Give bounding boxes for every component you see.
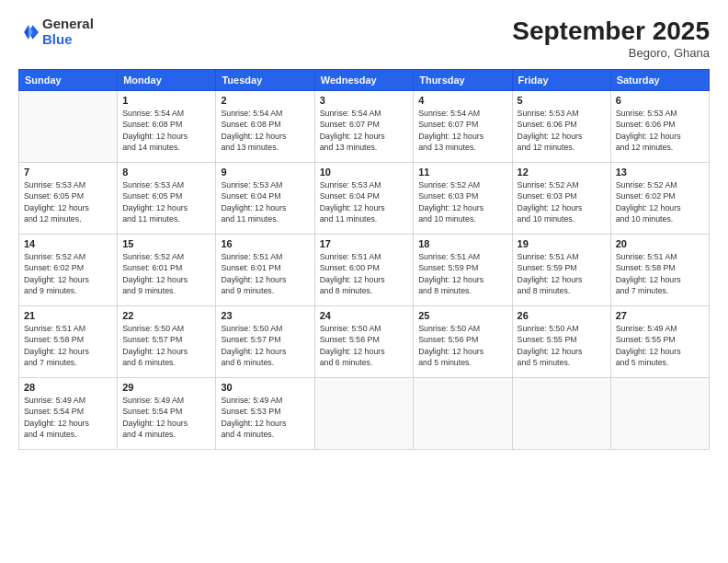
table-row (414, 378, 512, 450)
col-monday: Monday (118, 70, 216, 91)
day-number: 8 (122, 167, 210, 178)
table-row: 20Sunrise: 5:51 AMSunset: 5:58 PMDayligh… (610, 235, 709, 306)
col-saturday: Saturday (610, 70, 709, 91)
day-info: Sunrise: 5:54 AMSunset: 6:07 PMDaylight:… (418, 108, 506, 153)
calendar-week-row: 14Sunrise: 5:52 AMSunset: 6:02 PMDayligh… (19, 235, 710, 306)
day-info: Sunrise: 5:53 AMSunset: 6:05 PMDaylight:… (24, 179, 112, 224)
day-number: 22 (122, 310, 210, 321)
table-row: 21Sunrise: 5:51 AMSunset: 5:58 PMDayligh… (19, 306, 118, 378)
table-row: 19Sunrise: 5:51 AMSunset: 5:59 PMDayligh… (512, 235, 610, 306)
day-info: Sunrise: 5:49 AMSunset: 5:54 PMDaylight:… (122, 395, 210, 440)
col-wednesday: Wednesday (314, 70, 414, 91)
day-info: Sunrise: 5:51 AMSunset: 5:59 PMDaylight:… (418, 251, 506, 296)
table-row: 1Sunrise: 5:54 AMSunset: 6:08 PMDaylight… (118, 91, 216, 163)
day-info: Sunrise: 5:52 AMSunset: 6:03 PMDaylight:… (518, 179, 606, 224)
day-info: Sunrise: 5:53 AMSunset: 6:06 PMDaylight:… (518, 108, 606, 153)
table-row: 2Sunrise: 5:54 AMSunset: 6:08 PMDaylight… (216, 91, 314, 163)
day-info: Sunrise: 5:51 AMSunset: 5:58 PMDaylight:… (24, 323, 112, 368)
calendar-week-row: 28Sunrise: 5:49 AMSunset: 5:54 PMDayligh… (19, 378, 710, 450)
logo-blue-text: Blue (42, 31, 73, 47)
table-row: 15Sunrise: 5:52 AMSunset: 6:01 PMDayligh… (118, 235, 216, 306)
day-info: Sunrise: 5:50 AMSunset: 5:55 PMDaylight:… (518, 323, 606, 368)
col-friday: Friday (512, 70, 610, 91)
day-number: 23 (221, 310, 309, 321)
day-number: 7 (24, 167, 112, 178)
day-info: Sunrise: 5:53 AMSunset: 6:04 PMDaylight:… (320, 179, 409, 224)
day-info: Sunrise: 5:54 AMSunset: 6:07 PMDaylight:… (320, 108, 409, 153)
day-number: 30 (221, 382, 309, 393)
day-info: Sunrise: 5:50 AMSunset: 5:56 PMDaylight:… (418, 323, 506, 368)
table-row: 22Sunrise: 5:50 AMSunset: 5:57 PMDayligh… (118, 306, 216, 378)
day-number: 18 (418, 238, 506, 249)
day-number: 15 (122, 238, 210, 249)
table-row: 24Sunrise: 5:50 AMSunset: 5:56 PMDayligh… (314, 306, 414, 378)
day-info: Sunrise: 5:52 AMSunset: 6:02 PMDaylight:… (24, 251, 112, 296)
day-info: Sunrise: 5:54 AMSunset: 6:08 PMDaylight:… (221, 108, 309, 153)
table-row: 17Sunrise: 5:51 AMSunset: 6:00 PMDayligh… (314, 235, 414, 306)
day-number: 24 (320, 310, 409, 321)
table-row: 28Sunrise: 5:49 AMSunset: 5:54 PMDayligh… (19, 378, 118, 450)
page-header: General Blue September 2025 Begoro, Ghan… (18, 17, 710, 60)
day-info: Sunrise: 5:51 AMSunset: 6:00 PMDaylight:… (320, 251, 409, 296)
table-row: 5Sunrise: 5:53 AMSunset: 6:06 PMDaylight… (512, 91, 610, 163)
table-row: 29Sunrise: 5:49 AMSunset: 5:54 PMDayligh… (118, 378, 216, 450)
day-number: 20 (616, 238, 704, 249)
day-number: 6 (616, 95, 704, 106)
day-info: Sunrise: 5:50 AMSunset: 5:57 PMDaylight:… (221, 323, 309, 368)
table-row: 3Sunrise: 5:54 AMSunset: 6:07 PMDaylight… (314, 91, 414, 163)
table-row: 7Sunrise: 5:53 AMSunset: 6:05 PMDaylight… (19, 163, 118, 235)
table-row: 23Sunrise: 5:50 AMSunset: 5:57 PMDayligh… (216, 306, 314, 378)
day-number: 5 (518, 95, 606, 106)
calendar-table: Sunday Monday Tuesday Wednesday Thursday… (18, 69, 710, 450)
table-row: 14Sunrise: 5:52 AMSunset: 6:02 PMDayligh… (19, 235, 118, 306)
day-number: 14 (24, 238, 112, 249)
day-info: Sunrise: 5:53 AMSunset: 6:05 PMDaylight:… (122, 179, 210, 224)
day-number: 29 (122, 382, 210, 393)
month-title: September 2025 (512, 17, 710, 46)
table-row: 6Sunrise: 5:53 AMSunset: 6:06 PMDaylight… (610, 91, 709, 163)
logo-general-text: General (42, 16, 94, 31)
day-number: 28 (24, 382, 112, 393)
day-info: Sunrise: 5:50 AMSunset: 5:56 PMDaylight:… (320, 323, 409, 368)
table-row: 12Sunrise: 5:52 AMSunset: 6:03 PMDayligh… (512, 163, 610, 235)
table-row: 9Sunrise: 5:53 AMSunset: 6:04 PMDaylight… (216, 163, 314, 235)
calendar-week-row: 21Sunrise: 5:51 AMSunset: 5:58 PMDayligh… (19, 306, 710, 378)
table-row: 16Sunrise: 5:51 AMSunset: 6:01 PMDayligh… (216, 235, 314, 306)
day-info: Sunrise: 5:51 AMSunset: 6:01 PMDaylight:… (221, 251, 309, 296)
day-info: Sunrise: 5:50 AMSunset: 5:57 PMDaylight:… (122, 323, 210, 368)
day-number: 17 (320, 238, 409, 249)
table-row: 25Sunrise: 5:50 AMSunset: 5:56 PMDayligh… (414, 306, 512, 378)
table-row (314, 378, 414, 450)
table-row: 4Sunrise: 5:54 AMSunset: 6:07 PMDaylight… (414, 91, 512, 163)
table-row (610, 378, 709, 450)
day-number: 3 (320, 95, 409, 106)
day-number: 25 (418, 310, 506, 321)
day-info: Sunrise: 5:52 AMSunset: 6:02 PMDaylight:… (616, 179, 704, 224)
day-info: Sunrise: 5:49 AMSunset: 5:53 PMDaylight:… (221, 395, 309, 440)
svg-marker-2 (18, 25, 28, 40)
calendar-header-row: Sunday Monday Tuesday Wednesday Thursday… (19, 70, 710, 91)
day-number: 26 (518, 310, 606, 321)
table-row (19, 91, 118, 163)
day-number: 11 (418, 167, 506, 178)
day-info: Sunrise: 5:51 AMSunset: 5:59 PMDaylight:… (518, 251, 606, 296)
table-row: 30Sunrise: 5:49 AMSunset: 5:53 PMDayligh… (216, 378, 314, 450)
day-number: 4 (418, 95, 506, 106)
day-info: Sunrise: 5:53 AMSunset: 6:06 PMDaylight:… (616, 108, 704, 153)
day-info: Sunrise: 5:52 AMSunset: 6:01 PMDaylight:… (122, 251, 210, 296)
day-number: 10 (320, 167, 409, 178)
day-number: 13 (616, 167, 704, 178)
day-info: Sunrise: 5:49 AMSunset: 5:55 PMDaylight:… (616, 323, 704, 368)
table-row (512, 378, 610, 450)
logo: General Blue (18, 17, 94, 47)
col-thursday: Thursday (414, 70, 512, 91)
table-row: 18Sunrise: 5:51 AMSunset: 5:59 PMDayligh… (414, 235, 512, 306)
table-row: 27Sunrise: 5:49 AMSunset: 5:55 PMDayligh… (610, 306, 709, 378)
day-info: Sunrise: 5:51 AMSunset: 5:58 PMDaylight:… (616, 251, 704, 296)
day-number: 16 (221, 238, 309, 249)
table-row: 8Sunrise: 5:53 AMSunset: 6:05 PMDaylight… (118, 163, 216, 235)
table-row: 10Sunrise: 5:53 AMSunset: 6:04 PMDayligh… (314, 163, 414, 235)
calendar-week-row: 1Sunrise: 5:54 AMSunset: 6:08 PMDaylight… (19, 91, 710, 163)
day-number: 2 (221, 95, 309, 106)
day-info: Sunrise: 5:52 AMSunset: 6:03 PMDaylight:… (418, 179, 506, 224)
